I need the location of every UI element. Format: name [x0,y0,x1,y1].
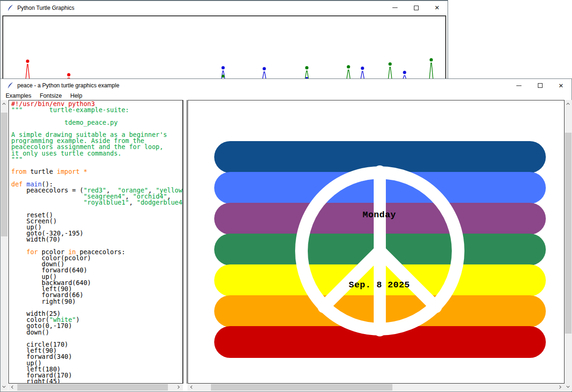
peace-window-controls: ✕ [508,79,572,92]
peace-window: peace - a Python turtle graphics example… [0,78,572,392]
scroll-down-button[interactable] [565,384,572,391]
code-line: """ [11,157,182,163]
tk-feather-icon [7,82,14,89]
menu-bar: Examples Fontsize Help [0,92,572,100]
background-window-controls: ✕ [384,1,448,14]
maximize-button[interactable] [405,1,427,14]
background-window-title: Python Turtle Graphics [17,5,74,11]
scroll-left-button[interactable] [188,384,195,391]
maximize-button[interactable] [529,79,550,92]
date-label: Sep. 8 2025 [349,280,410,290]
menu-examples[interactable]: Examples [1,92,36,100]
minimize-button[interactable] [384,1,405,14]
scrollbar-thumb[interactable] [565,133,572,334]
code-horizontal-scrollbar[interactable] [8,384,183,391]
peace-window-titlebar[interactable]: peace - a Python turtle graphics example… [0,79,572,92]
weekday-label: Monday [362,210,396,220]
turtle-graphics-canvas [2,15,446,79]
peace-canvas: Monday Sep. 8 2025 [188,100,565,384]
chevron-up-icon [2,103,6,106]
code-line: "royalblue1", "dodgerblue4") [11,200,182,206]
code-text: #!/usr/bin/env python3""" turtle-example… [11,101,182,384]
scroll-up-button[interactable] [565,100,572,107]
maximize-icon [538,83,543,88]
scroll-up-button[interactable] [0,100,8,107]
peace-right-leg [380,251,436,307]
desktop: Python Turtle Graphics ✕ peace - a Pytho… [0,0,572,392]
minimize-icon [392,7,398,8]
chevron-left-icon [11,385,14,389]
minimize-button[interactable] [508,79,529,92]
close-icon: ✕ [434,5,440,11]
code-line: right(90) [11,299,182,305]
minimize-icon [516,86,521,86]
chevron-left-icon [190,385,194,389]
scroll-down-button[interactable] [0,384,8,391]
chevron-down-icon [2,385,6,388]
code-line: tdemo_peace.py [11,120,182,126]
code-line: right(45) [11,378,182,384]
scroll-right-button[interactable] [175,384,183,391]
chevron-down-icon [566,385,570,388]
close-button[interactable]: ✕ [550,79,572,92]
code-line: from turtle import * [11,169,182,175]
scroll-left-button[interactable] [8,384,16,391]
chevron-right-icon [176,385,180,389]
background-window: Python Turtle Graphics ✕ [0,0,448,79]
scrollbar-thumb[interactable] [1,113,7,236]
tk-feather-icon [7,4,14,12]
peace-window-title: peace - a Python turtle graphics example [17,82,119,89]
menu-help[interactable]: Help [66,92,87,100]
peace-sign [188,100,564,383]
scrollbar-thumb[interactable] [17,384,168,391]
code-line: """ turtle-example-suite: [11,107,182,113]
background-window-titlebar[interactable]: Python Turtle Graphics ✕ [0,1,448,14]
close-button[interactable]: ✕ [427,1,448,14]
code-line: it only uses turtle commands. [11,150,182,157]
turtle-figures [3,16,445,79]
pane-sash[interactable] [183,100,187,384]
menu-fontsize[interactable]: Fontsize [36,92,66,100]
scrollbar-thumb[interactable] [211,384,392,391]
scroll-right-button[interactable] [557,384,565,391]
chevron-up-icon [566,103,570,106]
maximize-icon [414,6,419,10]
canvas-vertical-scrollbar[interactable] [565,100,572,391]
canvas-horizontal-scrollbar[interactable] [188,384,565,391]
code-vertical-scrollbar[interactable] [0,100,8,391]
close-icon: ✕ [558,83,564,89]
code-line: width(70) [11,236,182,242]
code-line: down() [11,329,182,335]
peace-left-leg [324,251,380,307]
code-editor[interactable]: #!/usr/bin/env python3""" turtle-example… [8,100,183,384]
chevron-right-icon [558,385,561,389]
